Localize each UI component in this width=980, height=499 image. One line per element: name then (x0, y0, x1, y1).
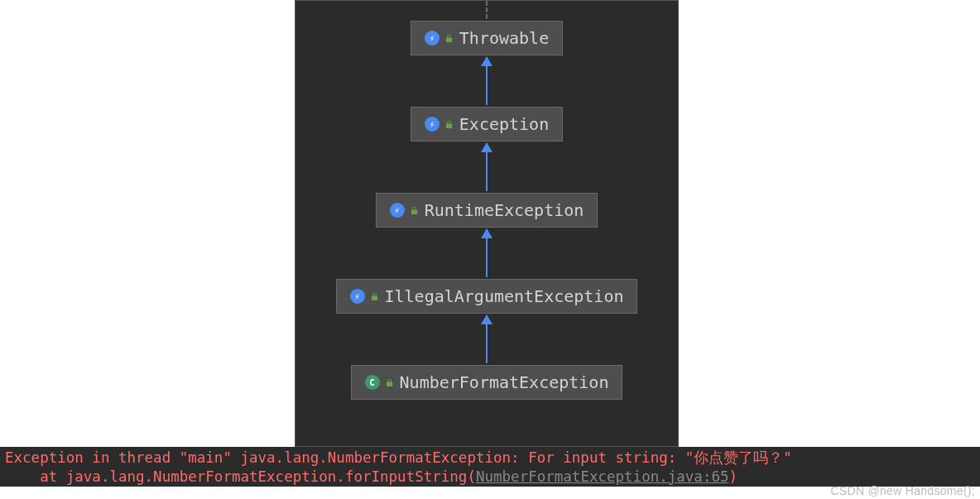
class-label: IllegalArgumentException (385, 286, 624, 306)
lock-icon (444, 33, 454, 43)
class-node-throwable[interactable]: ⚡ Throwable (411, 21, 563, 55)
class-node-illegalargumentexception[interactable]: ⚡ IllegalArgumentException (336, 279, 638, 314)
class-label: NumberFormatException (400, 372, 609, 392)
exception-at-line: at java.lang.NumberFormatException.forIn… (5, 468, 975, 487)
class-node-numberformatexception[interactable]: C NumberFormatException (351, 365, 623, 400)
class-node-runtimeexception[interactable]: ⚡ RuntimeException (376, 193, 598, 228)
inheritance-arrow (486, 143, 488, 191)
lock-icon (385, 377, 395, 387)
class-icon: ⚡ (425, 31, 440, 46)
class-icon: ⚡ (350, 289, 365, 304)
watermark-text: CSDN @new Handsome(); (830, 484, 975, 497)
class-hierarchy-diagram: ⚡ Throwable ⚡ Exception ⚡ RuntimeExcepti… (295, 0, 679, 447)
class-icon: ⚡ (425, 117, 440, 132)
inheritance-arrow (486, 315, 488, 363)
top-connector-dash (486, 1, 488, 19)
lock-icon (410, 205, 420, 215)
class-final-icon: C (365, 375, 380, 390)
exception-message-line: Exception in thread "main" java.lang.Num… (5, 449, 975, 468)
inheritance-arrow (486, 57, 488, 105)
lock-icon (444, 119, 454, 129)
class-label: Throwable (459, 28, 549, 48)
inheritance-arrow (486, 229, 488, 277)
class-icon: ⚡ (390, 203, 405, 218)
console-stacktrace: Exception in thread "main" java.lang.Num… (0, 447, 980, 487)
class-node-exception[interactable]: ⚡ Exception (411, 107, 563, 142)
class-label: RuntimeException (425, 200, 584, 220)
class-label: Exception (459, 114, 549, 134)
source-link[interactable]: NumberFormatException.java:65 (476, 468, 729, 485)
lock-icon (370, 291, 380, 301)
